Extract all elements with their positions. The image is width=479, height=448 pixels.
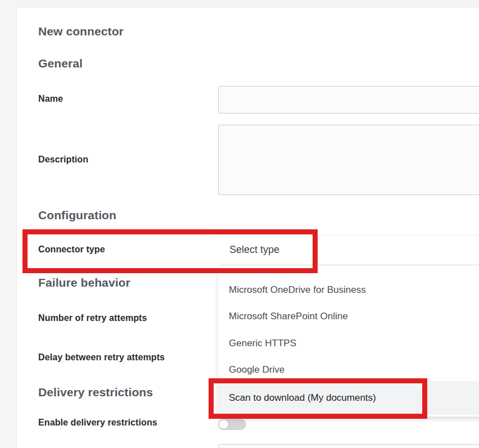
section-heading-delivery-restrictions: Delivery restrictions bbox=[38, 386, 153, 399]
connector-type-select[interactable]: Select type bbox=[218, 235, 479, 265]
connector-type-dropdown-menu: Microsoft OneDrive for Business Microsof… bbox=[218, 266, 479, 417]
name-label: Name bbox=[38, 94, 63, 104]
description-label: Description bbox=[38, 155, 88, 165]
description-input[interactable] bbox=[218, 125, 479, 195]
enable-delivery-restrictions-label: Enable delivery restrictions bbox=[38, 418, 157, 428]
connector-type-label: Connector type bbox=[38, 245, 105, 255]
name-input[interactable] bbox=[218, 86, 479, 114]
bottom-partial-input[interactable] bbox=[218, 444, 479, 448]
retry-attempts-label: Number of retry attempts bbox=[38, 313, 147, 323]
option-microsoft-onedrive[interactable]: Microsoft OneDrive for Business bbox=[218, 277, 479, 304]
section-heading-failure-behavior: Failure behavior bbox=[38, 276, 130, 289]
retry-delay-label: Delay between retry attempts bbox=[38, 352, 165, 363]
option-google-drive[interactable]: Google Drive bbox=[218, 356, 479, 383]
enable-delivery-restrictions-toggle[interactable] bbox=[218, 419, 246, 430]
option-microsoft-sharepoint[interactable]: Microsoft SharePoint Online bbox=[218, 303, 479, 330]
section-heading-general: General bbox=[38, 57, 83, 70]
option-generic-https[interactable]: Generic HTTPS bbox=[218, 330, 479, 357]
new-connector-page: New connector General Name Description C… bbox=[0, 0, 479, 448]
section-heading-configuration: Configuration bbox=[38, 209, 116, 222]
page-title: New connector bbox=[38, 25, 124, 38]
toggle-knob bbox=[219, 420, 228, 429]
connector-type-selected-value: Select type bbox=[229, 244, 279, 256]
option-scan-to-download[interactable]: Scan to download (My documents) bbox=[218, 381, 479, 415]
